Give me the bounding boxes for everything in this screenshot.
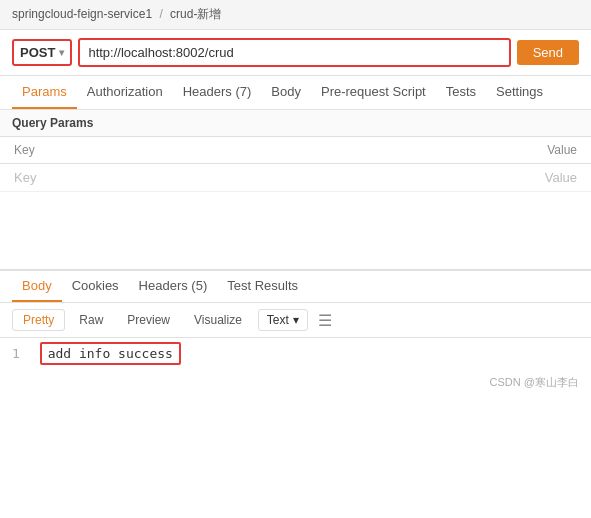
response-section: Body Cookies Headers (5) Test Results Pr… — [0, 270, 591, 369]
table-row: Key Value — [0, 164, 591, 192]
value-placeholder[interactable]: Value — [269, 164, 591, 192]
text-type-label: Text — [267, 313, 289, 327]
tab-tests[interactable]: Tests — [436, 76, 486, 109]
method-select[interactable]: POST ▾ — [12, 39, 72, 66]
response-tab-body[interactable]: Body — [12, 271, 62, 302]
format-visualize[interactable]: Visualize — [184, 310, 252, 330]
query-params-area: Query Params Key Value Key Value — [0, 110, 591, 270]
params-table: Key Value Key Value — [0, 137, 591, 192]
request-tabs: Params Authorization Headers (7) Body Pr… — [0, 76, 591, 110]
col-key-header: Key — [0, 137, 269, 164]
col-value-header: Value — [269, 137, 591, 164]
breadcrumb-separator: / — [159, 7, 162, 21]
tab-params[interactable]: Params — [12, 76, 77, 109]
section-label: Query Params — [0, 110, 591, 137]
response-body: 1 add info success — [0, 338, 591, 369]
top-bar: springcloud-feign-service1 / crud-新增 — [0, 0, 591, 30]
format-pretty[interactable]: Pretty — [12, 309, 65, 331]
format-preview[interactable]: Preview — [117, 310, 180, 330]
filter-icon[interactable]: ☰ — [318, 311, 332, 330]
watermark: CSDN @寒山李白 — [0, 369, 591, 396]
project-name: springcloud-feign-service1 — [12, 7, 152, 21]
text-type-select[interactable]: Text ▾ — [258, 309, 308, 331]
page-title: crud-新增 — [170, 7, 221, 21]
tab-settings[interactable]: Settings — [486, 76, 553, 109]
chevron-down-icon: ▾ — [59, 47, 64, 58]
tab-authorization[interactable]: Authorization — [77, 76, 173, 109]
format-raw[interactable]: Raw — [69, 310, 113, 330]
url-bar: POST ▾ Send — [0, 30, 591, 76]
format-bar: Pretty Raw Preview Visualize Text ▾ ☰ — [0, 303, 591, 338]
tab-headers[interactable]: Headers (7) — [173, 76, 262, 109]
response-tabs: Body Cookies Headers (5) Test Results — [0, 271, 591, 303]
url-input[interactable] — [78, 38, 510, 67]
tab-body[interactable]: Body — [261, 76, 311, 109]
method-label: POST — [20, 45, 55, 60]
response-tab-headers[interactable]: Headers (5) — [129, 271, 218, 302]
send-button[interactable]: Send — [517, 40, 579, 65]
chevron-down-icon: ▾ — [293, 313, 299, 327]
response-tab-cookies[interactable]: Cookies — [62, 271, 129, 302]
response-tab-testresults[interactable]: Test Results — [217, 271, 308, 302]
key-placeholder[interactable]: Key — [0, 164, 269, 192]
line-number: 1 — [12, 346, 20, 361]
tab-prerequest[interactable]: Pre-request Script — [311, 76, 436, 109]
response-code-value: add info success — [40, 342, 181, 365]
